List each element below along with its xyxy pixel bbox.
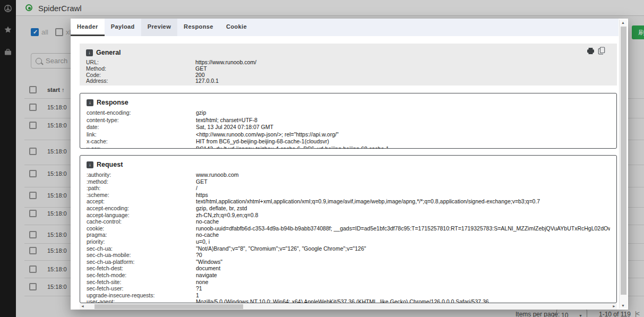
scroll-down-icon[interactable]: ▼ (621, 304, 625, 307)
request-section-header: ↓ Request (87, 160, 610, 169)
header-value: "Windows" (196, 259, 610, 265)
horizontal-scrollbar[interactable]: ◄ ► (80, 304, 617, 310)
header-value: "Not/A)Brand";v="8", "Chromium";v="126",… (196, 245, 610, 252)
header-key: link: (87, 131, 196, 139)
header-key: content-encoding: (87, 109, 196, 117)
detail-tab-bar: Header Payload Preview Response Cookie (71, 19, 619, 36)
tab-label: Cookie (226, 23, 247, 30)
header-key: x-cache: (87, 138, 196, 145)
header-key: date: (87, 124, 196, 131)
header-value: GET (195, 66, 611, 72)
header-key: Method: (86, 66, 195, 72)
section-title: Request (97, 161, 123, 168)
header-row: accept: text/html,application/xhtml+xml,… (87, 198, 610, 205)
header-key: sec-fetch-user: (87, 285, 196, 292)
detail-tab[interactable]: Response (177, 19, 220, 36)
header-key: accept: (87, 198, 196, 205)
header-key: Address: (86, 78, 195, 84)
vertical-scrollbar[interactable]: ▲ ▼ (619, 20, 627, 309)
header-value: https://www.runoob.com/ (195, 59, 611, 66)
header-value: gzip, deflate, br, zstd (196, 205, 610, 212)
header-key: cache-control: (87, 218, 196, 225)
header-value: 1 (196, 292, 610, 299)
header-value: Mozilla/5.0 (Windows NT 10.0; Win64; x64… (196, 298, 610, 303)
header-key: priority: (87, 238, 196, 245)
header-row: sec-ch-ua: "Not/A)Brand";v="8", "Chromiu… (87, 245, 610, 252)
header-key: cookie: (87, 225, 196, 232)
section-title: General (96, 49, 121, 56)
header-row: link: <http://www.runoob.com/wp-json/>; … (87, 131, 610, 139)
header-value: no-cache (196, 232, 610, 238)
copy-icon[interactable] (598, 47, 605, 57)
header-key: sec-ch-ua: (87, 245, 196, 252)
header-row: :method: GET (87, 178, 610, 185)
header-value: u=0, i (196, 238, 610, 245)
tab-label: Payload (111, 23, 135, 30)
header-key: :method: (87, 178, 196, 185)
header-row: sec-ch-ua-mobile: ?0 (87, 252, 610, 259)
header-row: URL: https://www.runoob.com/ (86, 59, 611, 66)
scroll-up-icon[interactable]: ▲ (621, 21, 625, 24)
header-value: document (196, 265, 610, 272)
detail-tab[interactable]: Cookie (220, 19, 253, 36)
header-key: x-ser: (87, 145, 196, 149)
header-key: sec-fetch-dest: (87, 265, 196, 272)
header-row: content-type: text/html; charset=UTF-8 (87, 117, 610, 124)
header-value: ?1 (196, 285, 610, 292)
header-value: Sat, 13 Jul 2024 07:18:07 GMT (196, 124, 610, 131)
header-row: cookie: runoob-uuid=dfabfb6d-c353-4d9a-b… (87, 225, 610, 232)
detail-tab[interactable]: Preview (141, 19, 177, 36)
general-section-header: ↓ General (86, 48, 611, 57)
detail-tab[interactable]: Payload (105, 19, 141, 36)
header-row: :authority: www.runoob.com (87, 172, 610, 178)
header-value: zh-CN,zh;q=0.9,en;q=0.8 (196, 212, 610, 219)
general-section: ↓ General URL: https://www.runoob.com/ M… (80, 44, 617, 85)
header-key: accept-encoding: (87, 205, 196, 212)
header-row: sec-fetch-dest: document (87, 265, 610, 272)
header-key: sec-fetch-mode: (87, 272, 196, 279)
header-value: https (196, 192, 610, 199)
header-key: sec-ch-ua-mobile: (87, 252, 196, 259)
header-key: :scheme: (87, 192, 196, 199)
header-value: <http://www.runoob.com/wp-json/>; rel="h… (196, 131, 610, 139)
header-value: ?0 (196, 252, 610, 259)
header-value: navigate (196, 272, 610, 279)
header-row: priority: u=0, i (87, 238, 610, 245)
header-value: 200 (195, 72, 611, 79)
header-value: GET (196, 178, 610, 185)
response-section: ↓ Response content-encoding: gzip conten… (80, 93, 617, 149)
vertical-scroll-thumb[interactable] (621, 27, 626, 295)
header-key: :path: (87, 185, 196, 192)
header-row: date: Sat, 13 Jul 2024 07:18:07 GMT (87, 124, 610, 131)
header-row: sec-fetch-site: none (87, 279, 610, 286)
header-key: pragma: (87, 232, 196, 238)
header-row: upgrade-insecure-requests: 1 (87, 292, 610, 299)
tab-label: Response (184, 23, 213, 30)
section-title: Response (97, 99, 128, 106)
collapse-icon[interactable]: ↓ (86, 49, 93, 56)
scroll-right-icon[interactable]: ► (612, 304, 616, 308)
header-key: sec-ch-ua-platform: (87, 259, 196, 265)
header-row: x-cache: HIT from BC6_yd-beijing-beijing… (87, 138, 610, 145)
header-key: content-type: (87, 117, 196, 124)
header-row: accept-language: zh-CN,zh;q=0.9,en;q=0.8 (87, 212, 610, 219)
header-key: accept-language: (87, 212, 196, 219)
tab-label: Header (77, 23, 98, 30)
header-row: :path: / (87, 185, 610, 192)
header-value: BC143_dx-lt-yd-jiangsu-taizhou-4-cache-6… (196, 145, 610, 149)
print-icon[interactable] (587, 47, 595, 57)
header-row: x-ser: BC143_dx-lt-yd-jiangsu-taizhou-4-… (87, 145, 610, 149)
scroll-left-icon[interactable]: ◄ (81, 304, 84, 308)
header-row: content-encoding: gzip (87, 109, 610, 117)
detail-tab[interactable]: Header (71, 19, 105, 36)
section-actions (587, 47, 605, 57)
horizontal-scroll-thumb[interactable] (95, 304, 243, 309)
header-value: HIT from BC6_yd-beijing-beijing-68-cache… (196, 138, 610, 145)
header-value: www.runoob.com (196, 172, 610, 178)
header-key: sec-fetch-site: (87, 279, 196, 286)
collapse-icon[interactable]: ↓ (87, 161, 93, 168)
header-row: Code: 200 (86, 72, 611, 79)
header-row: sec-fetch-user: ?1 (87, 285, 610, 292)
header-key: upgrade-insecure-requests: (87, 292, 196, 299)
collapse-icon[interactable]: ↓ (87, 99, 93, 106)
